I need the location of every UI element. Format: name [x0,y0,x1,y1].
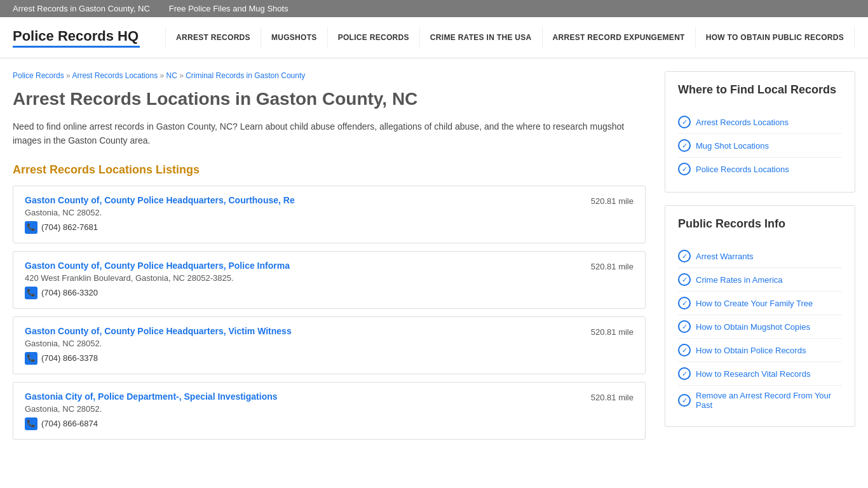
listing-address-3: Gastonia, NC 28052. [25,404,578,414]
sidebar-box2-link-2[interactable]: ✓How to Create Your Family Tree [678,292,842,315]
listing-phone-3: 📞 (704) 866-6874 [25,417,578,430]
listing-card-3: Gastonia City of, Police Department-, Sp… [13,382,646,440]
listing-name-0[interactable]: Gaston County of, County Police Headquar… [25,195,578,205]
sidebar-box-1-title: Where to Find Local Records [678,83,842,102]
page-title: Arrest Records Locations in Gaston Count… [13,89,646,109]
breadcrumb-link-0[interactable]: Police Records [13,71,64,80]
header: Police Records HQ ARREST RECORDSMUGSHOTS… [0,17,868,58]
listing-distance-3: 520.81 mile [578,391,634,402]
listing-name-2[interactable]: Gaston County of, County Police Headquar… [25,326,578,336]
listing-address-2: Gastonia, NC 28052. [25,339,578,348]
listing-phone-0: 📞 (704) 862-7681 [25,221,578,234]
listing-distance-1: 520.81 mile [578,261,634,271]
nav-item-mugshots[interactable]: MUGSHOTS [261,27,328,48]
check-icon: ✓ [678,139,691,152]
check-icon: ✓ [678,297,691,309]
nav-item-obtain-records[interactable]: HOW TO OBTAIN PUBLIC RECORDS [696,27,855,48]
sidebar-box-public-records: Public Records Info ✓Arrest Warrants✓Cri… [665,205,855,427]
check-icon: ✓ [678,273,691,286]
check-icon: ✓ [678,367,691,380]
main-content: Police Records » Arrest Records Location… [13,71,646,447]
phone-icon-3: 📞 [25,417,37,430]
page-description: Need to find online arrest records in Ga… [13,119,646,148]
sidebar-box-2-title: Public Records Info [678,217,842,236]
phone-icon-2: 📞 [25,352,37,365]
listing-name-3[interactable]: Gastonia City of, Police Department-, Sp… [25,391,578,402]
listings-container: Gaston County of, County Police Headquar… [13,186,646,440]
listing-distance-0: 520.81 mile [578,195,634,206]
sidebar-box2-link-4[interactable]: ✓How to Obtain Police Records [678,339,842,362]
check-icon: ✓ [678,320,691,333]
breadcrumb-link-2[interactable]: NC [166,71,177,80]
breadcrumb: Police Records » Arrest Records Location… [13,71,646,80]
topbar-link-2[interactable]: Free Police Files and Mug Shots [169,4,288,13]
nav-item-police-records[interactable]: POLICE RECORDS [328,27,420,48]
sidebar-box2-link-0[interactable]: ✓Arrest Warrants [678,245,842,268]
section-heading: Arrest Records Locations Listings [13,163,646,177]
listing-card-2: Gaston County of, County Police Headquar… [13,316,646,374]
breadcrumb-link-1[interactable]: Arrest Records Locations [72,71,158,80]
listing-distance-2: 520.81 mile [578,326,634,337]
check-icon: ✓ [678,394,691,407]
sidebar-box1-link-1[interactable]: ✓Mug Shot Locations [678,134,842,158]
listing-address-0: Gastonia, NC 28052. [25,208,578,217]
listing-card-0: Gaston County of, County Police Headquar… [13,186,646,243]
listing-info-0: Gaston County of, County Police Headquar… [25,195,578,234]
phone-icon-1: 📞 [25,287,37,299]
sidebar-box2-link-3[interactable]: ✓How to Obtain Mugshot Copies [678,315,842,339]
breadcrumb-link-3[interactable]: Criminal Records in Gaston County [186,71,305,80]
sidebar-box-local-records: Where to Find Local Records ✓Arrest Reco… [665,71,855,193]
nav-item-arrest-records[interactable]: ARREST RECORDS [165,27,261,48]
check-icon: ✓ [678,163,691,175]
sidebar-box2-link-1[interactable]: ✓Crime Rates in America [678,268,842,292]
top-bar: Arrest Records in Gaston County, NC Free… [0,0,868,17]
check-icon: ✓ [678,116,691,128]
listing-card-1: Gaston County of, County Police Headquar… [13,251,646,309]
listing-info-3: Gastonia City of, Police Department-, Sp… [25,391,578,430]
check-icon: ✓ [678,250,691,262]
sidebar-box2-link-6[interactable]: ✓Remove an Arrest Record From Your Past [678,386,842,415]
main-nav: ARREST RECORDSMUGSHOTSPOLICE RECORDSCRIM… [165,27,855,48]
sidebar-box2-link-5[interactable]: ✓How to Research Vital Records [678,362,842,386]
nav-item-crime-rates[interactable]: CRIME RATES IN THE USA [420,27,543,48]
topbar-link-1[interactable]: Arrest Records in Gaston County, NC [13,4,150,13]
nav-item-expungement[interactable]: ARREST RECORD EXPUNGEMENT [543,27,696,48]
sidebar: Where to Find Local Records ✓Arrest Reco… [665,71,855,447]
listing-phone-1: 📞 (704) 866-3320 [25,287,578,299]
listing-info-1: Gaston County of, County Police Headquar… [25,261,578,299]
check-icon: ✓ [678,344,691,356]
listing-info-2: Gaston County of, County Police Headquar… [25,326,578,365]
sidebar-box1-link-0[interactable]: ✓Arrest Records Locations [678,111,842,134]
phone-icon-0: 📞 [25,221,37,234]
page-wrap: Police Records » Arrest Records Location… [0,58,868,473]
sidebar-box1-link-2[interactable]: ✓Police Records Locations [678,158,842,180]
site-logo[interactable]: Police Records HQ [13,28,140,48]
listing-address-1: 420 West Franklin Boulevard, Gastonia, N… [25,273,578,283]
listing-phone-2: 📞 (704) 866-3378 [25,352,578,365]
listing-name-1[interactable]: Gaston County of, County Police Headquar… [25,261,578,271]
